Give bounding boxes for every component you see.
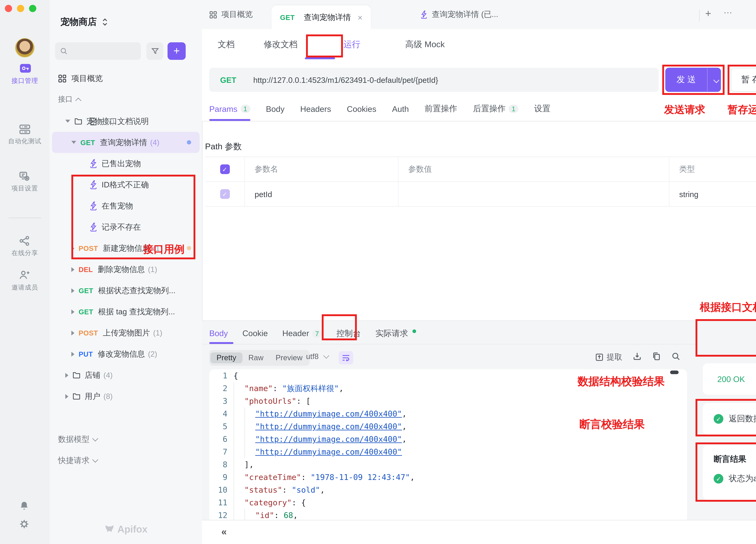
copy-button[interactable]: [652, 352, 661, 361]
new-tab-button[interactable]: +: [705, 8, 711, 20]
caret-icon[interactable]: [71, 309, 74, 314]
tree-item-post-node[interactable]: POST上传宠物图片(1): [52, 322, 200, 343]
more-tabs-button[interactable]: …: [723, 5, 733, 15]
word-wrap-button[interactable]: [339, 351, 353, 364]
req-tab-设置[interactable]: 设置: [534, 97, 551, 121]
sidebar-item-data-models[interactable]: 数据模型: [58, 434, 97, 445]
caret-icon[interactable]: [71, 267, 74, 272]
caret-icon[interactable]: [71, 330, 74, 335]
sidebar-item-overview[interactable]: 项目概览: [58, 73, 103, 84]
req-tab-前置操作[interactable]: 前置操作: [425, 97, 457, 121]
close-icon[interactable]: ×: [358, 12, 363, 22]
rail-item-api-manage[interactable]: 接口管理: [0, 63, 50, 85]
filter-button[interactable]: [146, 42, 163, 60]
select-all-checkbox[interactable]: ✓: [220, 165, 230, 174]
tree-item-get-node[interactable]: GET根据 tag 查找宠物列...: [52, 301, 200, 322]
chevron-up-icon: [75, 98, 81, 104]
sidebar-item-quick-request[interactable]: 快捷请求: [58, 455, 97, 466]
rail-item-invite[interactable]: 邀请成员: [0, 270, 50, 292]
tab-get-pet-detail[interactable]: GET 查询宠物详情 ×: [272, 5, 371, 29]
tree-item-case[interactable]: 已售出宠物: [52, 153, 200, 174]
tree-item-label: 根据 tag 查找宠物列...: [98, 306, 175, 317]
param-name-cell[interactable]: petId: [245, 182, 399, 206]
window-zoom-button[interactable]: [29, 5, 36, 12]
tree-item-case[interactable]: ID格式不正确: [52, 174, 200, 195]
tree-item-node[interactable]: 用户(8): [52, 386, 200, 407]
tab-run[interactable]: 运行: [344, 39, 360, 50]
request-tab-row: Params1BodyHeadersCookiesAuth前置操作后置操作1设置: [202, 97, 756, 122]
notifications-button[interactable]: [0, 500, 50, 514]
caret-icon[interactable]: [65, 120, 70, 123]
bolt-case-icon: [90, 180, 97, 189]
encoding-select[interactable]: utf8: [306, 352, 329, 361]
param-value-cell[interactable]: [399, 182, 670, 206]
tree-item-node[interactable]: 宠物(7): [52, 111, 200, 132]
method-badge: POST: [79, 245, 98, 252]
chevron-down-icon: [324, 353, 330, 359]
search-response-button[interactable]: [671, 352, 680, 361]
tree-item-get-node[interactable]: GET根据状态查找宠物列...: [52, 280, 200, 301]
copy-icon: [652, 352, 661, 361]
tree-item-case[interactable]: 记录不存在: [52, 217, 200, 238]
bolt-case-icon: [90, 223, 97, 232]
avatar[interactable]: [15, 38, 34, 57]
scrollbar-thumb[interactable]: [670, 370, 679, 374]
caret-icon[interactable]: [71, 246, 74, 251]
tree-item-get-node[interactable]: GET查询宠物详情(4): [52, 132, 200, 153]
caret-icon[interactable]: [71, 351, 74, 356]
add-api-button[interactable]: +: [168, 42, 186, 60]
req-tab-headers[interactable]: Headers: [300, 97, 331, 121]
rail-item-automation[interactable]: 自动化测试: [0, 123, 50, 146]
req-tab-后置操作[interactable]: 后置操作1: [473, 97, 518, 121]
resp-tab-body[interactable]: Body: [209, 323, 228, 344]
settings-button[interactable]: [0, 519, 50, 533]
mode-pretty[interactable]: Pretty: [210, 352, 242, 363]
mode-preview[interactable]: Preview: [270, 352, 309, 363]
row-checkbox[interactable]: ✓: [220, 189, 230, 199]
window-minimize-button[interactable]: [17, 5, 24, 12]
mode-raw[interactable]: Raw: [242, 352, 270, 363]
send-button[interactable]: 发 送: [665, 68, 721, 92]
left-rail: 接口管理 自动化测试 项目设置 在线分享 邀请成员: [0, 0, 50, 544]
tab-doc[interactable]: 文档: [218, 39, 235, 50]
section-header-api[interactable]: 接口: [58, 94, 80, 105]
tree-item-node[interactable]: 店铺(4): [52, 364, 200, 386]
extract-button[interactable]: 提取: [595, 352, 622, 363]
caret-icon[interactable]: [71, 141, 76, 144]
caret-icon[interactable]: [71, 288, 74, 293]
resp-tab-header[interactable]: Header7: [282, 323, 322, 344]
tab-advanced-mock[interactable]: 高级 Mock: [405, 39, 445, 50]
caret-icon[interactable]: [65, 394, 68, 399]
window-close-button[interactable]: [5, 5, 12, 12]
doc-tab-row: 文档 修改文档 运行 高级 Mock: [202, 29, 756, 60]
tree-item-case[interactable]: 在售宠物: [52, 195, 200, 217]
structure-pass-text: 返回数据结构校验通过！: [729, 413, 756, 424]
search-input[interactable]: [55, 42, 141, 60]
resp-tab-控制台[interactable]: 控制台: [336, 323, 361, 344]
tree-item-del-node[interactable]: DEL删除宠物信息(1): [52, 259, 200, 280]
rail-item-share[interactable]: 在线分享: [0, 235, 50, 258]
rail-item-label: 项目设置: [0, 184, 50, 193]
automation-icon: [19, 123, 31, 135]
resp-tab-实际请求[interactable]: 实际请求: [375, 323, 416, 344]
code-line: 5"http://dummyimage.com/400x400",: [209, 420, 687, 433]
download-button[interactable]: [633, 352, 642, 361]
project-switcher[interactable]: 宠物商店: [60, 16, 108, 28]
req-tab-body[interactable]: Body: [266, 97, 285, 121]
response-body-code[interactable]: 1{2"name": "族面权科样很",3"photoUrls": [4"htt…: [209, 369, 687, 520]
tab-pet-detail-saved[interactable]: 查询宠物详情 (已...: [420, 0, 498, 29]
tree-item-put-node[interactable]: PUT修改宠物信息(2): [52, 343, 200, 364]
tree-item-post-node[interactable]: POST新建宠物信息(1): [52, 238, 200, 259]
tab-edit-doc[interactable]: 修改文档: [264, 39, 298, 50]
stash-button[interactable]: 暂 存: [731, 68, 756, 92]
req-tab-auth[interactable]: Auth: [392, 97, 409, 121]
tab-project-overview[interactable]: 项目概览: [209, 0, 253, 29]
code-line: 9"createTime": "1978-11-09 12:43:47",: [209, 471, 687, 484]
resp-tab-cookie[interactable]: Cookie: [242, 323, 268, 344]
caret-icon[interactable]: [65, 373, 68, 377]
req-tab-cookies[interactable]: Cookies: [347, 97, 376, 121]
rail-item-project-settings[interactable]: 项目设置: [0, 171, 50, 193]
collapse-sidebar-button[interactable]: «: [221, 526, 227, 537]
req-tab-params[interactable]: Params1: [209, 97, 250, 121]
url-input[interactable]: GET http://127.0.0.1:4523/m1/623491-0-de…: [209, 68, 659, 92]
